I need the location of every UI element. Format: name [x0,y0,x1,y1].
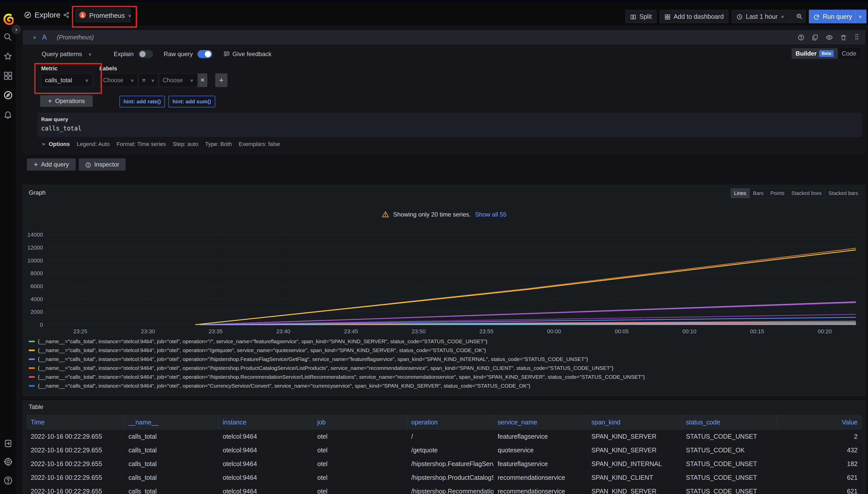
split-label: Split [639,13,652,20]
table-row: 2022-10-16 00:22:29.655calls_totalotelco… [27,430,862,443]
table-cell: otel [313,484,407,494]
raw-query-toggle[interactable] [197,50,212,58]
column-header-status-code[interactable]: status_code [682,415,777,430]
table-cell: calls_total [124,457,218,471]
svg-text:6000: 6000 [31,283,43,289]
add-to-dashboard-button[interactable]: Add to dashboard [659,10,728,23]
query-row-header[interactable]: ∨ A (Prometheus) [23,30,865,44]
legend-item[interactable]: {__name__="calls_total", instance="otelc… [29,355,860,363]
legend-item[interactable]: {__name__="calls_total", instance="otelc… [29,390,860,392]
legend-item[interactable]: {__name__="calls_total", instance="otelc… [29,346,860,355]
query-patterns-dropdown[interactable]: Query patterns [42,51,82,58]
builder-tab[interactable]: BuilderBeta [792,48,838,59]
alerting-bell-icon[interactable] [3,110,13,119]
column-header-value[interactable]: Value [777,415,862,430]
table-cell: 2022-10-16 00:22:29.655 [27,471,124,484]
legend-item[interactable]: {__name__="calls_total", instance="otelc… [29,373,860,381]
chevron-down-icon[interactable]: ∨ [858,14,862,19]
zoom-out-button[interactable] [793,10,806,23]
label-key-select[interactable]: Choose ∨ [100,73,138,87]
legend-label: {__name__="calls_total", instance="otelc… [38,356,588,362]
search-icon[interactable] [3,33,13,42]
sidebar-expand-button[interactable]: › [11,24,21,35]
label-value-select[interactable]: Choose ∨ [159,73,197,87]
legend-label: {__name__="calls_total", instance="otelc… [38,392,210,392]
graph-mode-stacked-bars[interactable]: Stacked bars [825,188,862,198]
drag-handle-icon[interactable] [854,33,860,41]
svg-text:00:15: 00:15 [750,328,764,335]
legend-swatch [29,367,35,369]
settings-gear-icon[interactable] [3,457,13,467]
table-cell: SPAN_KIND_INTERNAL [587,457,682,471]
table-cell: otelcol:9464 [218,443,313,457]
starred-icon[interactable] [3,52,13,61]
add-query-button[interactable]: + Add query [27,158,76,171]
feedback-comment-icon [223,51,230,57]
time-series-chart[interactable]: 0200040006000800010000120001400023:2523:… [23,226,866,340]
label-operator-select[interactable]: = ∨ [138,73,159,87]
graph-mode-lines[interactable]: Lines [731,188,749,198]
graph-mode-points[interactable]: Points [767,188,788,198]
legend-item[interactable]: {__name__="calls_total", instance="otelc… [29,363,860,373]
hint-add-sum-button[interactable]: hint: add sum() [168,96,215,107]
series-limit-warning: Showing only 20 time series. Show all 55 [23,211,865,219]
label-operator-value: = [142,77,146,84]
explore-compass-icon[interactable] [3,90,13,100]
query-help-icon[interactable] [798,34,804,41]
table-cell: 2 [777,430,862,443]
label-value-placeholder: Choose [163,77,183,84]
table-cell: quoteservice [493,443,587,457]
hide-query-eye-icon[interactable] [826,34,833,41]
top-strip [0,0,868,2]
table-cell: SPAN_KIND_SERVER [587,430,682,443]
datasource-picker[interactable]: Prometheus ∨ [75,8,131,22]
nav-actions: Split Add to dashboard Last 1 hour ∨ Run… [625,10,867,23]
svg-text:4000: 4000 [31,296,43,302]
column-header-instance[interactable]: instance [218,415,313,430]
code-tab[interactable]: Code [838,48,861,59]
table-cell: calls_total [124,484,218,494]
table-panel-title: Table [29,403,43,411]
collapse-chevron-icon[interactable]: ∨ [33,35,37,40]
help-icon[interactable] [3,476,13,486]
chevron-down-icon: ∨ [130,78,134,82]
table-cell: SPAN_KIND_SERVER [587,443,682,457]
column-header-operation[interactable]: operation [407,415,493,430]
legend-item[interactable]: {__name__="calls_total", instance="otelc… [29,381,860,390]
legend-item[interactable]: {__name__="calls_total", instance="otelc… [29,337,860,346]
dashboards-icon[interactable] [3,71,13,80]
column-header-job[interactable]: job [313,415,407,430]
label-key-placeholder: Choose [103,77,123,84]
explain-toggle[interactable] [138,50,153,58]
run-query-button[interactable]: Run query ∨ [809,10,867,23]
remove-label-filter-button[interactable]: ✕ [198,73,207,87]
show-all-series-link[interactable]: Show all 55 [475,211,506,218]
delete-query-trash-icon[interactable] [840,34,847,41]
legend-swatch [29,349,35,351]
table-cell: STATUS_CODE_UNSET [682,457,777,471]
sign-in-icon[interactable] [3,439,13,448]
options-row[interactable]: ∨ Options Legend: AutoFormat: Time serie… [41,141,287,148]
chevron-down-icon: ∨ [151,78,155,82]
graph-mode-stacked-lines[interactable]: Stacked lines [788,188,825,198]
hint-add-rate-button[interactable]: hint: add rate() [120,96,165,107]
inspector-button[interactable]: Inspector [79,158,126,171]
table-cell: otelcol:9464 [218,471,313,484]
give-feedback-link[interactable]: Give feedback [233,51,271,58]
share-icon[interactable] [63,12,70,18]
add-to-dashboard-label: Add to dashboard [674,13,724,20]
column-header---name--[interactable]: __name__ [124,415,218,430]
time-range-label[interactable]: Last 1 hour [746,13,778,20]
add-label-filter-button[interactable]: + [215,73,228,87]
grafana-logo[interactable] [3,13,14,26]
table-cell: featureflagservice [493,457,587,471]
column-header-time[interactable]: Time [27,415,124,430]
table-cell: recommendationservice [493,484,587,494]
operations-button[interactable]: + Operations [40,95,93,107]
graph-mode-bars[interactable]: Bars [749,188,767,198]
column-header-span-kind[interactable]: span_kind [587,415,682,430]
column-header-service-name[interactable]: service_name [493,415,587,430]
split-button[interactable]: Split [625,10,656,23]
duplicate-query-icon[interactable] [812,34,818,41]
metric-select[interactable]: calls_total ∨ [41,73,92,87]
